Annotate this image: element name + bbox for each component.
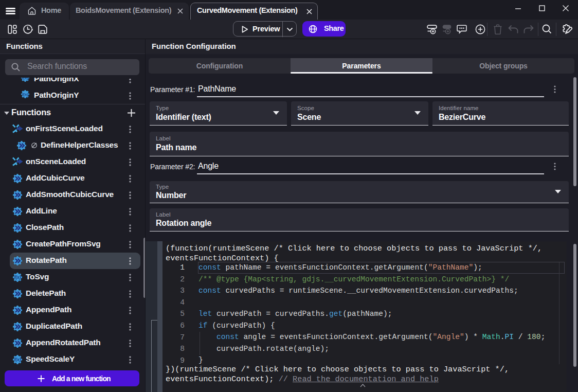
svg-text:f(x): f(x) <box>14 275 21 280</box>
svg-text:f(x): f(x) <box>22 92 28 97</box>
svg-text:f(x): f(x) <box>14 357 21 362</box>
